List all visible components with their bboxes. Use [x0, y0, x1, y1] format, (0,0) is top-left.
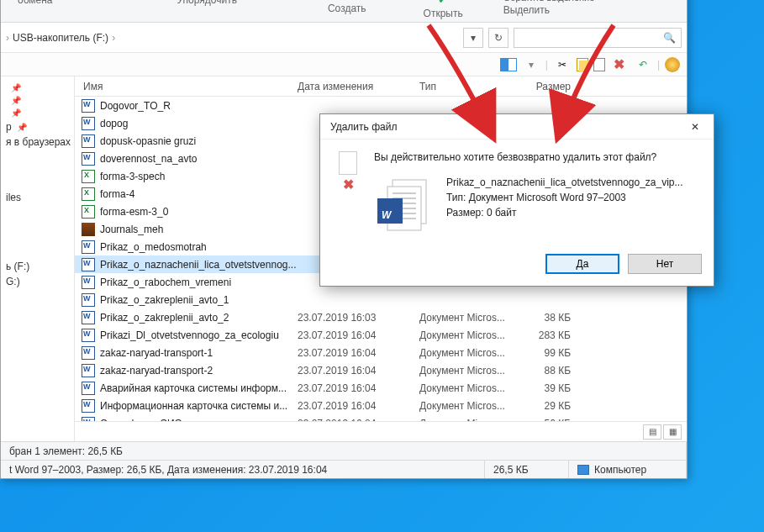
search-input[interactable] — [519, 32, 663, 44]
column-date[interactable]: Дата изменения — [298, 81, 419, 92]
ribbon-label: Выделить — [503, 4, 550, 16]
word-file-icon — [82, 99, 95, 113]
sidebar-item[interactable]: я в браузерах — [4, 134, 71, 150]
address-bar: › USB-накопитель (F:) › ▾ ↻ 🔍 — [1, 23, 687, 53]
dialog-buttons: Да Нет — [320, 245, 714, 286]
refresh-icon: ↻ — [494, 32, 503, 44]
chevron-right-icon: › — [112, 32, 115, 44]
pin-icon: 📌 — [11, 108, 21, 118]
file-name: Prikaz_o_zakreplenii_avto_2 — [100, 312, 229, 324]
file-date: 23.07.2019 16:04 — [298, 347, 419, 359]
file-row[interactable]: Prikazi_Dl_otvetstvennogo_za_ecologiu23.… — [75, 326, 687, 344]
file-row[interactable]: Сертификат СИО23.07.2019 16:04Документ M… — [75, 414, 687, 421]
word-file-icon — [82, 276, 95, 289]
yes-button[interactable]: Да — [545, 254, 619, 274]
file-size: 38 КБ — [512, 312, 579, 324]
delete-x-icon: ✖ — [343, 176, 354, 192]
status-selection: бран 1 элемент: 26,5 КБ — [1, 442, 687, 460]
close-button[interactable]: ✕ — [683, 118, 707, 136]
status-size: 26,5 КБ — [485, 461, 569, 478]
dialog-filetype: Тип: Документ Microsoft Word 97–2003 — [446, 190, 683, 205]
word-file-icon — [82, 293, 95, 307]
sidebar-item[interactable]: р📌 — [4, 119, 71, 134]
cut-icon[interactable]: ✂ — [553, 55, 572, 74]
file-name: Prikaz_o_zakreplenii_avto_1 — [100, 294, 229, 306]
pin-icon: 📌 — [11, 83, 21, 92]
word-file-icon — [82, 346, 95, 360]
sidebar-item-label: р — [6, 121, 12, 133]
sidebar-item[interactable]: 📌 — [4, 82, 71, 94]
word-file-icon — [82, 117, 95, 130]
rar-file-icon — [82, 223, 95, 236]
sidebar-item[interactable]: ь (F:) — [4, 259, 71, 274]
paste-icon[interactable] — [593, 58, 605, 71]
ribbon-group-clipboard: обмена — [6, 0, 65, 6]
file-size: 39 КБ — [512, 382, 579, 394]
column-name[interactable]: Имя — [75, 81, 298, 92]
sidebar-item[interactable]: 📌 — [4, 94, 71, 107]
dialog-warning-icon-area: ✖ — [335, 151, 361, 235]
word-file-icon — [82, 134, 95, 148]
sidebar-item[interactable]: 📌 — [4, 107, 71, 119]
file-name: dopog — [100, 118, 128, 129]
file-type: Документ Micros... — [419, 382, 512, 394]
file-name: Journals_meh — [100, 224, 163, 235]
word-document-icon: W — [374, 175, 435, 235]
sidebar-item[interactable]: iles — [4, 190, 71, 205]
search-icon: 🔍 — [663, 32, 676, 44]
search-box[interactable]: 🔍 — [514, 28, 682, 48]
dialog-filename: Prikaz_o_naznachenii_lica_otvetstvennogo… — [446, 175, 683, 190]
file-row[interactable]: Prikaz_o_zakreplenii_avto_1 — [75, 291, 687, 308]
pin-icon: 📌 — [11, 96, 21, 105]
sidebar-item[interactable]: G:) — [4, 274, 71, 289]
column-type[interactable]: Тип — [419, 81, 512, 92]
ribbon-label: Упорядочить — [177, 0, 237, 6]
dialog-file-meta: Prikaz_o_naznachenii_lica_otvetstvennogo… — [446, 175, 683, 235]
column-size[interactable]: Размер — [512, 81, 579, 92]
sidebar-item-label: ь (F:) — [6, 261, 29, 272]
excel-file-icon — [82, 170, 95, 183]
file-row[interactable]: Информационная карточка системы и...23.0… — [75, 397, 687, 414]
file-row[interactable]: Prikaz_o_zakreplenii_avto_223.07.2019 16… — [75, 308, 687, 326]
history-dropdown[interactable]: ▾ — [463, 28, 483, 48]
view-large-icons-button[interactable]: ▦ — [663, 424, 682, 440]
excel-file-icon — [82, 205, 95, 219]
no-button[interactable]: Нет — [628, 254, 702, 274]
dialog-content: Вы действительно хотите безвозвратно уда… — [374, 151, 698, 235]
ribbon-group-organize: Упорядочить — [166, 0, 249, 6]
file-row[interactable]: zakaz-naryad-transport-123.07.2019 16:04… — [75, 344, 687, 361]
chevron-down-icon[interactable]: ▾ — [522, 55, 540, 74]
refresh-button[interactable]: ↻ — [488, 28, 508, 48]
file-name: Информационная карточка системы и... — [100, 400, 287, 412]
file-date: 23.07.2019 16:04 — [298, 382, 419, 394]
word-file-icon — [82, 382, 95, 395]
file-row[interactable]: zakaz-naryad-transport-223.07.2019 16:04… — [75, 361, 687, 379]
file-row[interactable]: Dogovor_TO_R — [75, 97, 687, 114]
file-size: 88 КБ — [512, 365, 579, 377]
breadcrumb-item[interactable]: USB-накопитель (F:) — [13, 32, 108, 44]
file-date: 23.07.2019 16:04 — [298, 400, 419, 412]
file-type: Документ Micros... — [419, 365, 512, 377]
view-panels-icon[interactable] — [500, 58, 517, 71]
open-icon[interactable]: ✔ — [438, 0, 448, 6]
breadcrumb[interactable]: › USB-накопитель (F:) › — [6, 32, 115, 44]
ribbon: обмена Упорядочить папка Создать ✔ Откры… — [1, 0, 687, 23]
ribbon-group-create: папка Создать — [316, 0, 378, 14]
file-type: Документ Micros... — [419, 312, 512, 324]
ribbon-label: Обратить выделение — [503, 0, 595, 3]
file-name: doverennost_na_avto — [100, 153, 197, 165]
file-name: forma-4 — [100, 188, 134, 200]
undo-icon[interactable]: ↶ — [634, 55, 652, 74]
file-size: 99 КБ — [512, 347, 579, 359]
properties-icon[interactable] — [665, 57, 680, 72]
delete-icon[interactable]: ✖ — [610, 55, 629, 74]
excel-file-icon — [82, 187, 95, 201]
file-name: zakaz-naryad-transport-1 — [100, 347, 213, 359]
dialog-body: ✖ Вы действительно хотите безвозвратно у… — [320, 140, 714, 245]
view-details-button[interactable]: ▤ — [643, 424, 661, 440]
file-row[interactable]: Аварийная карточка системы информ...23.0… — [75, 379, 687, 397]
copy-icon[interactable] — [577, 58, 588, 71]
ribbon-label: папка — [337, 0, 357, 1]
dialog-title: Удалить файл — [330, 121, 397, 133]
ribbon-group-open: ✔ Открыть — [412, 0, 475, 19]
